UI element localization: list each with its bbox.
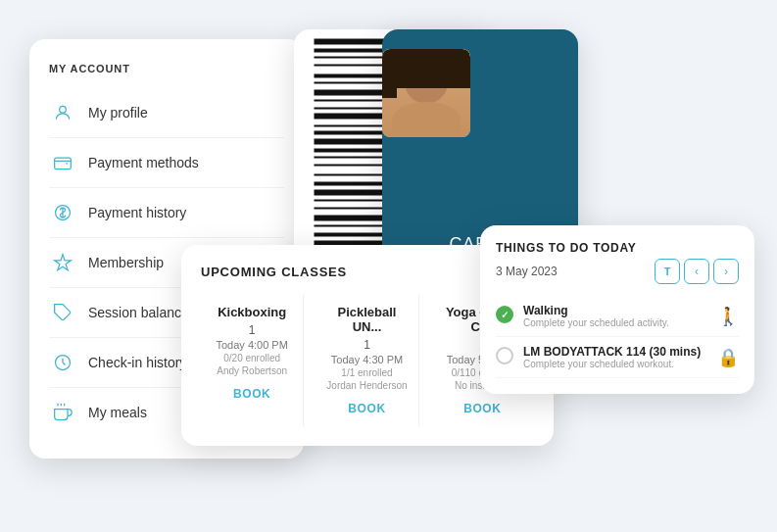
todo-type-button[interactable]: T [655, 259, 680, 284]
todo-prev-button[interactable]: ‹ [684, 259, 709, 284]
todo-card: THINGS TO DO TODAY 3 May 2023 T ‹ › Walk… [480, 225, 754, 394]
checkin-icon [49, 349, 76, 376]
class-instructor-0: Andy Robertson [207, 365, 297, 376]
avatar-hair [382, 49, 470, 88]
membership-icon [49, 249, 76, 276]
class-item-pickleball: Pickleball UN... 1 Today 4:30 PM 1/1 enr… [316, 295, 418, 426]
walk-icon: 🚶 [717, 306, 739, 327]
account-section-title: MY ACCOUNT [49, 63, 284, 74]
class-enrolled-0: 0/20 enrolled [207, 353, 297, 363]
class-enrolled-1: 1/1 enrolled [321, 367, 412, 378]
todo-text-walking: Walking Complete your scheduled activity… [523, 304, 707, 328]
svg-rect-1 [55, 158, 72, 169]
book-button-1[interactable]: BOOK [348, 402, 385, 415]
todo-check-pending [496, 347, 513, 364]
wallet-icon [49, 149, 76, 176]
todo-controls: T ‹ › [655, 259, 739, 284]
todo-activity-0: Walking [523, 304, 707, 317]
payment-history-label: Payment history [88, 205, 284, 220]
user-icon [49, 99, 76, 126]
dollar-icon [49, 199, 76, 226]
avatar-face [382, 49, 470, 137]
class-time-0: Today 4:00 PM [207, 339, 297, 351]
todo-next-button[interactable]: › [713, 259, 739, 284]
todo-check-done [496, 306, 513, 323]
sidebar-item-profile[interactable]: My profile [49, 90, 284, 135]
lock-icon: 🔒 [717, 347, 739, 368]
todo-desc-0: Complete your scheduled activity. [523, 317, 707, 328]
svg-point-0 [60, 106, 67, 113]
avatar [382, 49, 470, 137]
todo-item-bodyattack: LM BODYATTACK 114 (30 mins) Complete you… [496, 337, 739, 378]
class-name-1: Pickleball UN... [321, 305, 412, 334]
class-instructor-1: Jordan Henderson [321, 380, 412, 391]
class-time-1: Today 4:30 PM [321, 354, 412, 365]
todo-activity-1: LM BODYATTACK 114 (30 mins) [523, 345, 707, 359]
class-num-0: 1 [207, 323, 297, 337]
todo-desc-1: Complete your scheduled workout. [523, 359, 707, 369]
todo-item-walking: Walking Complete your scheduled activity… [496, 296, 739, 337]
profile-label: My profile [88, 105, 284, 121]
meals-icon [49, 399, 76, 426]
todo-date-row: 3 May 2023 T ‹ › [496, 259, 739, 284]
class-item-kickboxing: Kickboxing 1 Today 4:00 PM 0/20 enrolled… [201, 295, 304, 426]
book-button-0[interactable]: BOOK [233, 387, 270, 401]
todo-header: THINGS TO DO TODAY 3 May 2023 T ‹ › [496, 241, 739, 284]
session-balance-icon [49, 299, 76, 326]
book-button-2[interactable]: BOOK [463, 402, 501, 415]
payment-methods-label: Payment methods [88, 155, 284, 170]
todo-text-bodyattack: LM BODYATTACK 114 (30 mins) Complete you… [523, 345, 707, 369]
class-name-0: Kickboxing [207, 305, 297, 319]
class-num-1: 1 [321, 338, 412, 352]
sidebar-item-payment-methods[interactable]: Payment methods [49, 140, 284, 185]
todo-date: 3 May 2023 [496, 265, 558, 278]
sidebar-item-payment-history[interactable]: Payment history [49, 190, 284, 235]
classes-title: UPCOMING CLASSES [201, 265, 347, 279]
todo-title: THINGS TO DO TODAY [496, 241, 739, 255]
